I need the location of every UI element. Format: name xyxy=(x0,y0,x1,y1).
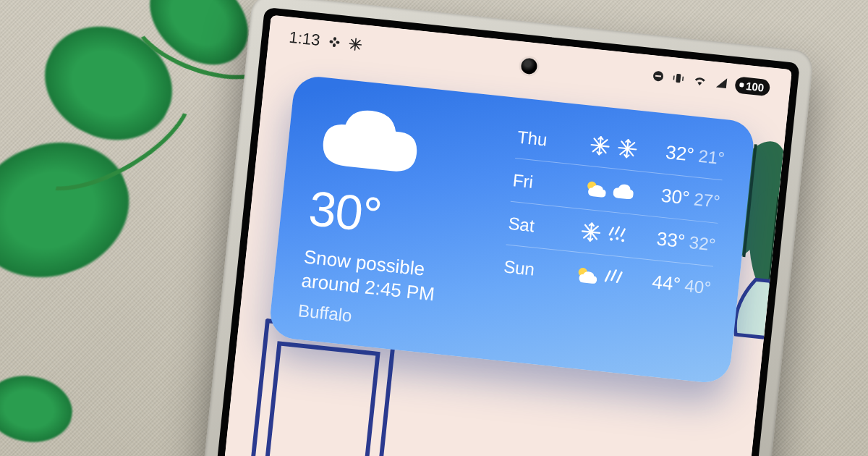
forecast-low: 32° xyxy=(689,232,717,255)
battery-indicator: 100 xyxy=(734,76,770,96)
forecast-low: 27° xyxy=(693,189,721,211)
svg-line-52 xyxy=(612,270,616,280)
forecast-temps: 32°21° xyxy=(665,141,726,169)
forecast-temps: 33°32° xyxy=(655,227,716,256)
svg-rect-17 xyxy=(673,75,675,80)
forecast-day: Sun xyxy=(503,256,550,281)
forecast-icons xyxy=(562,218,648,248)
svg-line-44 xyxy=(610,227,613,235)
svg-rect-7 xyxy=(336,41,339,44)
svg-line-45 xyxy=(616,227,619,234)
svg-rect-9 xyxy=(333,43,336,47)
snow-icon xyxy=(588,133,612,157)
svg-point-47 xyxy=(610,237,613,240)
weather-widget[interactable]: 30° Snow possible around 2:45 PM Buffalo… xyxy=(268,75,756,385)
cloud-icon xyxy=(312,102,498,192)
forecast-icons xyxy=(571,132,657,162)
snow-icon xyxy=(616,136,639,160)
vibrate-icon xyxy=(671,71,686,85)
forecast-day: Sat xyxy=(507,213,554,237)
forecast-low: 40° xyxy=(684,276,712,298)
forecast-high: 33° xyxy=(655,227,686,252)
current-temperature: 30° xyxy=(307,183,490,251)
svg-line-53 xyxy=(617,271,621,282)
forecast-low: 21° xyxy=(697,146,726,169)
forecast-icons xyxy=(566,174,652,205)
forecast-high: 32° xyxy=(665,141,695,166)
svg-rect-8 xyxy=(333,37,337,41)
forecast-temps: 30°27° xyxy=(660,185,721,213)
slack-icon xyxy=(326,34,342,50)
snowflake-icon xyxy=(348,37,362,51)
forecast-day: Thu xyxy=(516,127,563,151)
svg-line-46 xyxy=(621,229,625,236)
battery-level: 100 xyxy=(745,79,765,93)
svg-point-48 xyxy=(616,237,618,240)
status-bar-left: 1:13 xyxy=(288,28,362,54)
phone-frame: 1:13 xyxy=(185,0,814,456)
cloud-icon xyxy=(611,180,635,203)
forecast-high: 30° xyxy=(660,185,691,209)
status-time: 1:13 xyxy=(288,28,320,50)
weather-current: 30° Snow possible around 2:45 PM Buffalo xyxy=(297,102,499,339)
forecast-temps: 44°40° xyxy=(651,271,712,299)
wifi-icon xyxy=(692,73,709,88)
forecast-day: Fri xyxy=(512,170,559,195)
partly-cloudy-icon xyxy=(584,177,608,200)
sleet-icon xyxy=(607,223,631,247)
dnd-icon xyxy=(651,69,665,83)
phone-bezel: 1:13 xyxy=(200,7,800,456)
status-bar-right: 100 xyxy=(651,67,771,96)
forecast-icons xyxy=(558,261,644,292)
phone-screen[interactable]: 1:13 xyxy=(208,15,792,456)
signal-icon xyxy=(715,75,729,90)
forecast-high: 44° xyxy=(651,271,681,295)
partly-cloudy-icon xyxy=(575,263,599,287)
svg-line-51 xyxy=(605,271,610,281)
svg-point-49 xyxy=(621,239,624,242)
svg-rect-16 xyxy=(676,74,681,83)
snow-icon xyxy=(579,220,603,244)
svg-rect-6 xyxy=(329,40,333,43)
rain-icon xyxy=(602,266,626,290)
forecast-list: Thu32°21°Fri30°27°Sat33°32°Sun44°40° xyxy=(496,122,726,363)
svg-rect-18 xyxy=(682,77,684,81)
phone-device: 1:13 xyxy=(185,0,814,456)
current-condition: Snow possible around 2:45 PM xyxy=(300,245,484,311)
